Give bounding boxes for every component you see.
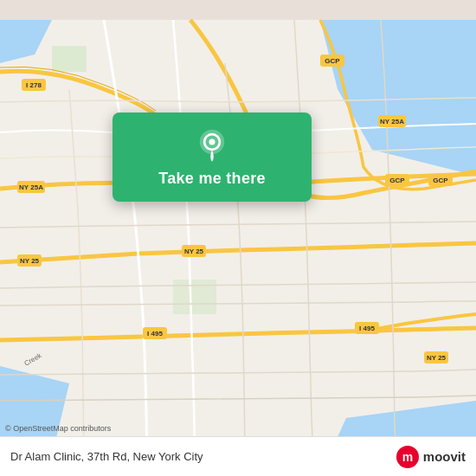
svg-text:NY 25: NY 25 — [184, 248, 204, 255]
svg-text:NY 25: NY 25 — [427, 354, 447, 362]
svg-text:m: m — [402, 450, 413, 464]
map-container: NY 25A NY 25A GCP GCP GCP GCP NY 25 NY 2… — [0, 0, 476, 476]
action-overlay: Take me there — [113, 113, 312, 202]
map-background: NY 25A NY 25A GCP GCP GCP GCP NY 25 NY 2… — [0, 0, 476, 476]
svg-text:NY 25A: NY 25A — [19, 183, 43, 191]
location-text: Dr Alam Clinic, 37th Rd, New York City — [10, 450, 203, 463]
take-me-there-button[interactable]: Take me there — [158, 170, 266, 188]
svg-text:GCP: GCP — [433, 177, 448, 184]
svg-text:NY 25A: NY 25A — [380, 118, 404, 125]
svg-text:GCP: GCP — [325, 57, 340, 65]
svg-rect-5 — [52, 46, 87, 72]
svg-text:I 495: I 495 — [359, 325, 375, 332]
osm-text: © OpenStreetMap contributors — [5, 424, 111, 433]
moovit-logo-icon: m — [396, 445, 420, 469]
svg-text:I 495: I 495 — [147, 330, 163, 338]
svg-text:NY 25: NY 25 — [20, 257, 40, 265]
svg-point-36 — [209, 138, 215, 145]
moovit-logo: m moovit — [396, 445, 466, 469]
moovit-text: moovit — [423, 449, 466, 464]
svg-text:GCP: GCP — [389, 177, 405, 184]
osm-attribution: © OpenStreetMap contributors — [5, 424, 111, 433]
svg-text:I 278: I 278 — [26, 81, 42, 89]
location-pin-icon — [195, 128, 229, 163]
bottom-bar: Dr Alam Clinic, 37th Rd, New York City m… — [0, 436, 476, 476]
